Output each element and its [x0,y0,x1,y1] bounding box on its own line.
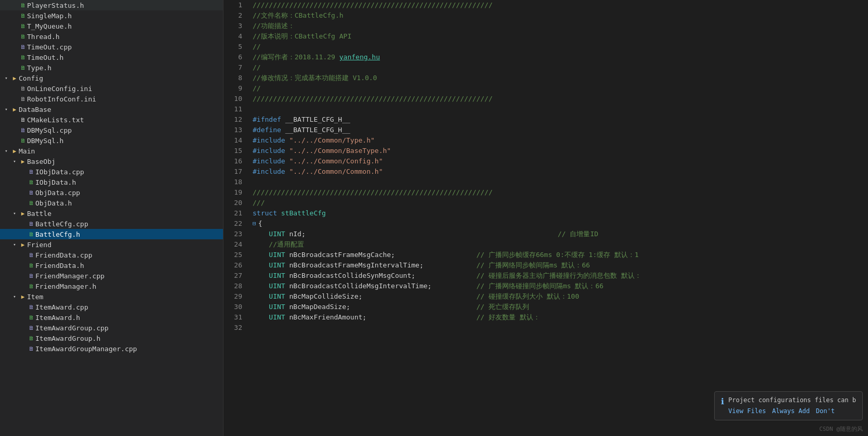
watermark: CSDN @随意的风 [819,425,863,433]
folder-icon: ▶ [19,240,27,249]
code-line-2: //文件名称：CBattleCfg.h [253,10,858,21]
tree-label: ItemAwardGroupManager.cpp [35,345,223,353]
tree-item-timeout-h[interactable]: 🗎TimeOut.h [0,52,223,62]
tree-item-itemaward-h[interactable]: 🗎ItemAward.h [0,312,223,323]
folder-icon: ▶ [10,147,19,155]
file-tree[interactable]: 🗎PlayerStatus.h 🗎SingleMap.h 🗎T_MyQueue.… [0,0,223,436]
code-line-7: // [253,62,858,73]
line-number-18: 18 [223,177,242,187]
tree-item-frienddata-cpp[interactable]: 🗎FriendData.cpp [0,250,223,260]
tree-item-singleMap-h[interactable]: 🗎SingleMap.h [0,10,223,21]
view-files-link[interactable]: View Files [728,407,766,416]
dont-link[interactable]: Don't [816,407,835,416]
token-plain: nBcBroadcastCollideSynMsgCount; [285,271,477,281]
tree-item-type-h[interactable]: 🗎Type.h [0,62,223,73]
code-line-31: UINT nBcMaxFriendAmount; // 好友数量 默认： [253,312,858,323]
chevron-down-icon: ▾ [10,294,19,299]
tree-item-itemaward-cpp[interactable]: 🗎ItemAward.cpp [0,302,223,312]
file-h-icon: 🗎 [19,136,27,145]
tree-label: FriendData.cpp [35,251,223,259]
file-h-icon: 🗎 [27,334,35,342]
token-plain [253,229,269,239]
file-cpp-icon: 🗎 [27,324,35,332]
file-cpp-icon: 🗎 [19,126,27,134]
tree-label: FriendManager.cpp [35,272,223,280]
code-line-14: #include "../../Common/Type.h" [253,135,858,146]
tree-item-objdata-h[interactable]: 🗎ObjData.h [0,198,223,208]
tree-item-thread-h[interactable]: 🗎Thread.h [0,31,223,42]
file-h-icon: 🗎 [19,63,27,72]
file-ini-icon: 🗎 [19,95,27,103]
collapse-icon[interactable]: ⊟ [253,219,256,229]
tree-item-onlineconfig-ini[interactable]: 🗎OnLineConfig.ini [0,83,223,94]
line-number-5: 5 [223,42,242,52]
line-number-13: 13 [223,125,242,135]
tree-item-friendmanager-cpp[interactable]: 🗎FriendManager.cpp [0,271,223,281]
tree-item-config-folder[interactable]: ▾▶Config [0,73,223,83]
info-icon: ℹ [721,396,724,406]
token-macro: #include [253,135,285,146]
tree-item-robotinfoconf-ini[interactable]: 🗎RobotInfoConf.ini [0,94,223,104]
code-area[interactable]: ////////////////////////////////////////… [247,0,868,436]
file-cpp-icon: 🗎 [19,43,27,51]
tree-label: ItemAwardGroup.cpp [35,324,223,332]
file-h-icon: 🗎 [19,32,27,41]
tree-item-battlecfg-cpp[interactable]: 🗎BattleCfg.cpp [0,219,223,229]
file-h-icon: 🗎 [19,1,27,9]
code-line-9: // [253,83,858,94]
tree-item-frienddata-h[interactable]: 🗎FriendData.h [0,260,223,271]
tree-item-battle-folder[interactable]: ▾▶Battle [0,208,223,219]
tree-item-item-folder[interactable]: ▾▶Item [0,291,223,302]
token-plain: nBcBroadcastCollideMsgIntervalTime; [285,281,477,291]
tree-item-friend-folder[interactable]: ▾▶Friend [0,239,223,250]
file-txt-icon: 🗎 [19,116,27,124]
line-number-30: 30 [223,302,242,312]
line-number-9: 9 [223,83,242,94]
tree-label: Main [19,147,223,155]
tree-item-t-myqueue-h[interactable]: 🗎T_MyQueue.h [0,21,223,31]
chevron-down-icon: ▾ [2,107,10,112]
token-comment: // [253,83,261,94]
tree-item-iobjdata-h[interactable]: 🗎IObjData.h [0,177,223,187]
tree-label: FriendManager.h [35,283,223,290]
tree-item-itemawardgroupmanager-cpp[interactable]: 🗎ItemAwardGroupManager.cpp [0,343,223,354]
token-plain: nId; [285,229,558,239]
tree-item-objdata-cpp[interactable]: 🗎ObjData.cpp [0,187,223,198]
folder-icon: ▶ [10,74,19,82]
line-number-16: 16 [223,156,242,166]
token-plain [253,281,269,291]
file-cpp-icon: 🗎 [27,272,35,280]
tree-label: ObjData.h [35,199,223,207]
token-macro: #define [253,125,281,135]
tree-item-iobjdata-cpp[interactable]: 🗎IObjData.cpp [0,166,223,177]
file-h-icon: 🗎 [27,282,35,290]
tree-item-database-folder[interactable]: ▾▶DataBase [0,104,223,114]
tree-item-timeout-cpp[interactable]: 🗎TimeOut.cpp [0,42,223,52]
file-cpp-icon: 🗎 [27,220,35,228]
tree-item-playerStatus-h[interactable]: 🗎PlayerStatus.h [0,0,223,10]
tree-label: Type.h [27,64,223,72]
token-comment: //文件名称：CBattleCfg.h [253,10,344,21]
tree-label: TimeOut.h [27,54,223,61]
always-add-link[interactable]: Always Add [772,407,810,416]
notification-links[interactable]: View Files Always Add Don't [728,407,856,416]
tree-item-itemawardgroup-cpp[interactable]: 🗎ItemAwardGroup.cpp [0,323,223,333]
tree-item-cmakelists-txt[interactable]: 🗎CMakeLists.txt [0,114,223,125]
tree-item-dbmysql-h[interactable]: 🗎DBMySql.h [0,135,223,146]
file-h-icon: 🗎 [19,22,27,30]
tree-item-dbmysql-cpp[interactable]: 🗎DBMySql.cpp [0,125,223,135]
token-type: UINT [269,281,285,291]
token-str: "../../Common/BaseType.h" [289,146,391,156]
token-comment: // 好友数量 默认： [476,312,540,323]
line-number-29: 29 [223,291,242,302]
tree-item-main-folder[interactable]: ▾▶Main [0,146,223,156]
tree-item-friendmanager-h[interactable]: 🗎FriendManager.h [0,281,223,291]
folder-icon: ▶ [10,105,19,113]
code-line-10: ////////////////////////////////////////… [253,94,858,104]
code-line-15: #include "../../Common/BaseType.h" [253,146,858,156]
tree-item-baseobj-folder[interactable]: ▾▶BaseObj [0,156,223,166]
token-plain [285,146,290,156]
code-line-3: //功能描述： [253,21,858,31]
tree-item-itemawardgroup-h[interactable]: 🗎ItemAwardGroup.h [0,333,223,343]
tree-item-battlecfg-h[interactable]: 🗎BattleCfg.h [0,229,223,239]
